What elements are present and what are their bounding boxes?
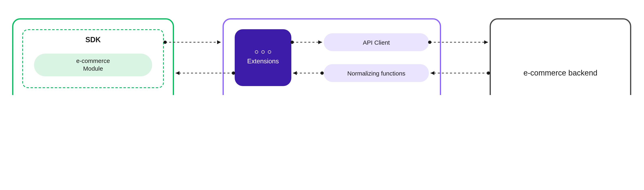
ecommerce-module-pill: e-commerce Module	[34, 54, 152, 76]
extensions-block: Extensions	[235, 29, 291, 86]
backend-title: e-commerce backend	[524, 69, 597, 77]
architecture-diagram: Storefront SDK e-commerce Module Middlew…	[0, 0, 644, 95]
dots-icon	[255, 50, 271, 54]
api-client-pill: API Client	[324, 33, 429, 51]
module-line-1: e-commerce	[76, 57, 110, 65]
api-client-label: API Client	[363, 39, 390, 46]
module-line-2: Module	[83, 65, 103, 73]
extensions-label: Extensions	[247, 58, 279, 65]
normalizing-pill: Normalizing functions	[324, 64, 429, 82]
backend-box: e-commerce backend	[490, 18, 631, 95]
sdk-title: SDK	[23, 36, 163, 44]
normalizing-label: Normalizing functions	[348, 70, 406, 76]
